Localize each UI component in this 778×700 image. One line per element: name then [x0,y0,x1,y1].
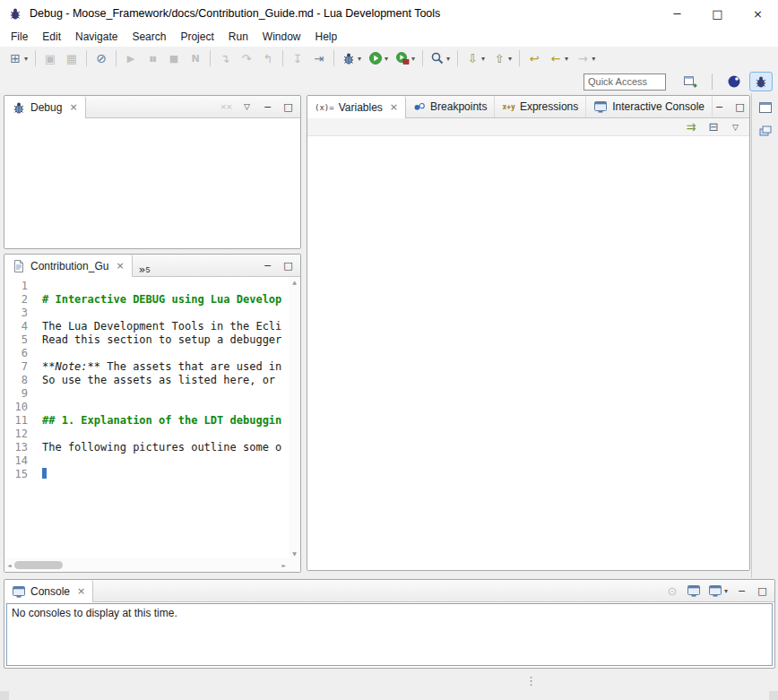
maximize-view-button[interactable]: □ [281,256,295,274]
scroll-right-icon[interactable]: ► [281,562,286,568]
dropdown-icon[interactable]: ▾ [724,587,728,595]
collapse-all-button[interactable]: ⊟ [706,118,721,136]
maximize-button[interactable]: □ [697,0,738,27]
dropdown-icon[interactable]: ▾ [411,55,415,63]
forward-button[interactable]: →▾ [573,48,598,69]
drop-to-frame-button[interactable]: ↧ [288,48,307,69]
remove-all-terminated-button[interactable]: ×× [219,98,233,116]
debug-perspective-button[interactable] [749,72,773,91]
editor-horizontal-scrollbar[interactable]: ◄ ► [4,558,289,572]
minimized-view-1-button[interactable] [756,98,775,117]
tab-console[interactable]: Console× [4,580,93,602]
status-bar-grip[interactable]: ⋮ [525,674,537,687]
suspend-button[interactable]: ▮▮ [143,48,162,69]
last-edit-location-button[interactable]: ↩ [524,48,544,69]
dropdown-icon[interactable]: ▾ [565,55,568,63]
save-button[interactable]: ▣ [40,48,60,69]
lua-perspective-button[interactable] [722,72,746,91]
close-tab-icon[interactable]: × [390,101,398,113]
menu-navigate[interactable]: Navigate [68,29,125,45]
tab-interactive-console[interactable]: Interactive Console [586,96,713,117]
scroll-down-icon[interactable]: ▼ [292,550,297,557]
maximize-view-button[interactable]: □ [733,98,747,116]
close-tab-icon[interactable]: × [69,101,77,113]
tab-contribution-gu[interactable]: Contribution_Gu× [4,255,133,277]
maximize-view-button[interactable]: □ [281,98,295,116]
close-tab-icon[interactable]: × [116,260,124,272]
minimize-icon: ─ [264,260,271,272]
dropdown-icon[interactable]: ▾ [592,55,595,63]
code-line-13: The following pictures outline some o [42,441,289,454]
dropdown-icon[interactable]: ▾ [508,55,512,63]
show-logical-structure-button[interactable]: ⇉ [684,118,698,136]
menu-help[interactable]: Help [308,29,345,45]
menu-project[interactable]: Project [173,29,220,45]
minimize-view-button[interactable]: ─ [735,582,748,600]
debug-button[interactable]: ▾ [339,48,364,69]
external-tools-button[interactable]: ▾ [393,48,418,69]
dropdown-icon[interactable]: ▾ [24,55,28,63]
editor-area: Contribution_Gu×»5 ─□ 123456789101112131… [4,254,301,573]
editor-vertical-scrollbar[interactable]: ▲ ▼ [289,277,300,558]
menu-edit[interactable]: Edit [35,29,68,45]
skip-all-breakpoints-button[interactable]: ⊘ [91,48,111,69]
scrollbar-thumb[interactable] [14,561,63,569]
close-button[interactable]: × [738,0,778,27]
minimize-view-button[interactable]: ─ [713,98,726,116]
next-annotation-button[interactable]: ⇩▾ [462,48,488,69]
tab-breakpoints[interactable]: Breakpoints [406,96,495,117]
code-line-8: So use the assets as listed here, or [42,374,289,387]
previous-annotation-button[interactable]: ⇧▾ [489,48,514,69]
maximize-view-button[interactable]: □ [756,582,769,600]
display-selected-console-button[interactable] [687,582,701,600]
code-line-12 [42,428,289,441]
resize-grip-left[interactable] [0,691,9,700]
menu-file[interactable]: File [4,29,35,45]
new-wizard-button[interactable]: ⊞▾ [5,48,30,69]
menu-window[interactable]: Window [255,29,308,45]
disconnect-button[interactable]: N [186,48,205,69]
minimize-icon: ─ [716,101,722,113]
maximize-icon: □ [757,585,766,597]
dropdown-icon[interactable]: ▾ [358,55,361,63]
minimize-view-button[interactable]: ─ [261,98,274,116]
run-button[interactable]: ▾ [366,48,391,69]
menu-bar: FileEditNavigateSearchProjectRunWindowHe… [0,27,778,47]
terminate-button[interactable]: ■ [164,48,184,69]
dropdown-icon[interactable]: ▾ [481,55,485,63]
hidden-editors-button[interactable]: »5 [133,255,157,276]
tab-expressions[interactable]: x+yExpressions [495,96,586,117]
scrollbar-corner [289,558,300,572]
open-console-button[interactable]: ▾ [708,582,728,600]
dropdown-icon[interactable]: ▾ [446,55,450,63]
dropdown-icon[interactable]: ▾ [385,55,388,63]
view-menu-button[interactable]: ▽ [729,118,742,136]
resize-grip-right[interactable] [769,691,778,700]
tab-variables[interactable]: (x)=Variables× [307,96,406,118]
pin-console-button[interactable]: ⊙ [665,582,679,600]
search-button[interactable]: ▾ [428,48,453,69]
step-return-button[interactable]: ↰ [258,48,278,69]
scroll-left-icon[interactable]: ◄ [7,562,12,568]
menu-search[interactable]: Search [125,29,173,45]
close-tab-icon[interactable]: × [77,585,85,597]
quick-access-input[interactable] [584,73,666,91]
menu-run[interactable]: Run [221,29,255,45]
scroll-up-icon[interactable]: ▲ [292,279,297,285]
back-button[interactable]: ←▾ [546,48,571,69]
step-over-button[interactable]: ↷ [237,48,256,69]
editor-file-icon [12,259,26,273]
editor-code[interactable]: # Interactive DEBUG using Lua DevelopThe… [35,277,289,558]
tab-debug[interactable]: Debug× [4,96,86,118]
use-step-filters-button[interactable]: ⇥ [309,48,329,69]
open-perspective-button[interactable] [679,72,702,91]
minimize-button[interactable]: ─ [657,0,697,27]
minimized-view-2-button[interactable] [756,121,775,141]
line-number: 9 [4,387,28,401]
resume-button[interactable]: ▶ [121,48,141,69]
save-all-button[interactable]: ▦ [62,48,82,69]
minimize-view-button[interactable]: ─ [261,256,274,274]
step-into-button[interactable]: ↴ [215,48,235,69]
editor-text-area[interactable]: 123456789101112131415 # Interactive DEBU… [4,277,289,558]
view-menu-button[interactable]: ▽ [240,98,254,116]
